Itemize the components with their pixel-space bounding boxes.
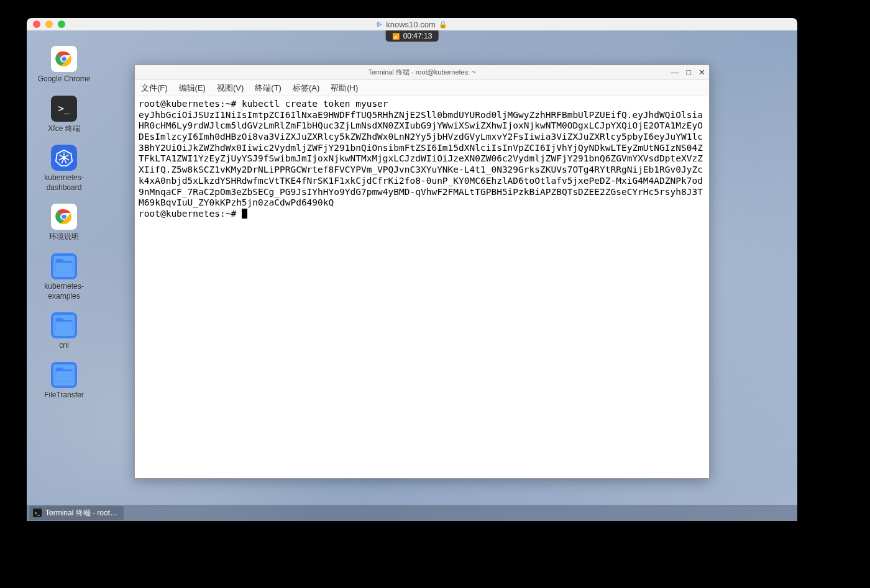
folder-icon bbox=[51, 312, 77, 338]
signal-icon: 📶 bbox=[392, 33, 400, 40]
menu-edit[interactable]: 编辑(E) bbox=[176, 81, 208, 95]
folder-icon bbox=[51, 253, 77, 279]
desktop-icon-cni[interactable]: cni bbox=[36, 312, 92, 351]
svg-rect-16 bbox=[56, 322, 73, 332]
url-text: knows10.com bbox=[386, 20, 435, 29]
timer-value: 00:47:13 bbox=[403, 32, 433, 40]
svg-rect-15 bbox=[56, 263, 73, 273]
terminal-icon: >_ bbox=[51, 96, 77, 122]
desktop-icon-label: FileTransfer bbox=[44, 391, 84, 400]
terminal-title: Terminal 终端 - root@kubernetes: ~ bbox=[368, 68, 475, 77]
close-window-button[interactable] bbox=[33, 20, 40, 28]
chrome-icon bbox=[51, 46, 77, 72]
window-traffic-lights bbox=[33, 20, 65, 28]
terminal-icon: >_ bbox=[33, 509, 42, 517]
prompt: root@kubernetes:~# bbox=[139, 209, 242, 219]
desktop-icon-env-notes[interactable]: 环境说明 bbox=[36, 204, 92, 242]
kubernetes-icon bbox=[51, 145, 77, 171]
terminal-menubar: 文件(F) 编辑(E) 视图(V) 终端(T) 标签(A) 帮助(H) bbox=[135, 80, 709, 96]
site-settings-icon: ⊪ bbox=[377, 20, 383, 29]
menu-tabs[interactable]: 标签(A) bbox=[290, 81, 322, 95]
taskbar-item-terminal[interactable]: >_ Terminal 终端 - root… bbox=[29, 506, 124, 520]
taskbar[interactable]: >_ Terminal 终端 - root… bbox=[27, 505, 797, 521]
terminal-titlebar[interactable]: Terminal 终端 - root@kubernetes: ~ — □ ✕ bbox=[135, 65, 709, 80]
desktop-icon-xfce-terminal[interactable]: >_ Xfce 终端 bbox=[36, 96, 92, 134]
command-output: eyJhbGciOiJSUzI1NiIsImtpZCI6IlNxaE9HWDFf… bbox=[139, 110, 703, 208]
desktop-icon-label: 环境说明 bbox=[49, 232, 79, 242]
prompt: root@kubernetes:~# bbox=[139, 99, 242, 109]
svg-point-2 bbox=[62, 57, 66, 61]
maximize-button[interactable]: □ bbox=[686, 68, 691, 77]
timer-badge: 📶 00:47:13 bbox=[386, 30, 439, 42]
desktop-icon-label: Xfce 终端 bbox=[48, 124, 80, 134]
command-text: kubectl create token myuser bbox=[242, 99, 388, 109]
folder-icon bbox=[51, 362, 77, 388]
browser-titlebar: ⊪ knows10.com 🔒 bbox=[27, 18, 797, 30]
menu-view[interactable]: 视图(V) bbox=[214, 81, 246, 95]
maximize-window-button[interactable] bbox=[58, 20, 65, 28]
terminal-body[interactable]: root@kubernetes:~# kubectl create token … bbox=[135, 96, 709, 478]
taskbar-item-label: Terminal 终端 - root… bbox=[45, 508, 117, 518]
cursor bbox=[242, 209, 247, 219]
desktop-icon-label: kubernetes-examples bbox=[36, 282, 92, 301]
desktop-icon-label: kubernetes-dashboard bbox=[36, 173, 92, 192]
terminal-window-controls: — □ ✕ bbox=[671, 68, 705, 77]
menu-help[interactable]: 帮助(H) bbox=[328, 81, 360, 95]
lock-icon: 🔒 bbox=[439, 20, 447, 29]
minimize-button[interactable]: — bbox=[671, 68, 679, 77]
desktop-icon-filetransfer[interactable]: FileTransfer bbox=[36, 362, 92, 400]
desktop-icon-label: Google Chrome bbox=[38, 75, 91, 84]
url-bar: ⊪ knows10.com 🔒 bbox=[377, 20, 447, 29]
desktop[interactable]: 📶 00:47:13 Google Chrome >_ Xfce 终端 kube… bbox=[27, 30, 797, 521]
desktop-icon-label: cni bbox=[59, 341, 68, 351]
svg-rect-17 bbox=[56, 371, 73, 382]
desktop-icon-chrome[interactable]: Google Chrome bbox=[36, 46, 92, 84]
menu-file[interactable]: 文件(F) bbox=[139, 81, 170, 95]
chrome-icon bbox=[51, 204, 77, 230]
close-button[interactable]: ✕ bbox=[698, 68, 705, 77]
desktop-icons-column: Google Chrome >_ Xfce 终端 kubernetes-dash… bbox=[36, 46, 92, 400]
svg-point-14 bbox=[62, 214, 66, 219]
terminal-window[interactable]: Terminal 终端 - root@kubernetes: ~ — □ ✕ 文… bbox=[134, 65, 710, 479]
desktop-icon-k8s-dashboard[interactable]: kubernetes-dashboard bbox=[36, 145, 92, 192]
menu-terminal[interactable]: 终端(T) bbox=[252, 81, 284, 95]
minimize-window-button[interactable] bbox=[45, 20, 53, 28]
desktop-icon-k8s-examples[interactable]: kubernetes-examples bbox=[36, 253, 92, 301]
